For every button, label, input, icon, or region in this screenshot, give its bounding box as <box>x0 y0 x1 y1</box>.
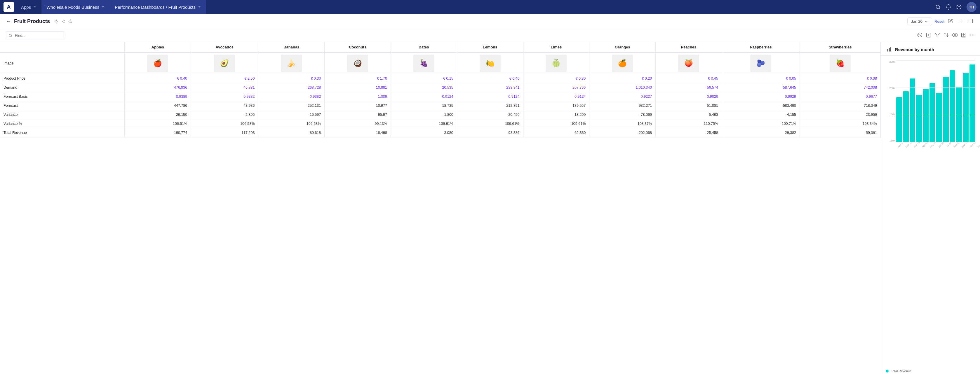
filter-icon[interactable] <box>934 32 940 39</box>
chart-wrapper: 220k 200k 180k 160k <box>886 60 975 154</box>
x-axis-label: Jun 20 <box>938 141 944 148</box>
edit-icon <box>948 18 953 24</box>
reset-button[interactable]: Reset <box>934 19 944 24</box>
bar <box>963 73 969 142</box>
bar-group <box>956 60 962 142</box>
history-icon[interactable] <box>917 32 923 39</box>
panel-toggle-button[interactable] <box>967 17 974 26</box>
business-tab[interactable]: Wholesale Foods Business <box>42 0 110 14</box>
edit-button[interactable] <box>947 17 954 26</box>
col-dates: Dates <box>391 42 457 52</box>
bar-group <box>950 60 956 142</box>
table-cell: 212,891 <box>457 101 523 110</box>
more-button[interactable] <box>957 17 964 26</box>
table-cell: -2,895 <box>191 110 258 119</box>
svg-point-21 <box>972 35 973 35</box>
table-cell: € 0.05 <box>722 74 800 83</box>
fruit-image: 🍇 <box>414 55 434 72</box>
table-cell: 252,131 <box>258 101 325 110</box>
col-apples: Apples <box>125 42 191 52</box>
table-cell: -23,959 <box>800 110 881 119</box>
fruit-image: 🍌 <box>281 55 302 72</box>
table-cell: 117,203 <box>191 128 258 138</box>
more-options-icon[interactable] <box>969 32 975 39</box>
table-cell: 29,382 <box>722 128 800 138</box>
table-cell: 🍌 <box>258 52 325 74</box>
table-cell: 0.9124 <box>391 92 457 101</box>
table-cell: 🍎 <box>125 52 191 74</box>
bar <box>916 95 922 142</box>
table-cell: -29,150 <box>125 110 191 119</box>
x-axis-label: Mar 20 <box>913 141 920 148</box>
table-cell: 93,336 <box>457 128 523 138</box>
bar-group <box>903 60 909 142</box>
star-icon[interactable] <box>68 19 73 24</box>
table-cell: 20,535 <box>391 83 457 92</box>
fruit-image: 🍓 <box>830 55 851 72</box>
apps-tab[interactable]: Apps <box>16 0 42 14</box>
table-cell: 718,049 <box>800 101 881 110</box>
table-cell: 207,766 <box>523 83 589 92</box>
row-label: Image <box>0 52 125 74</box>
table-cell: 268,728 <box>258 83 325 92</box>
table-cell: 🍋 <box>457 52 523 74</box>
user-avatar[interactable]: TH <box>967 2 977 12</box>
search-icon-small <box>8 33 13 38</box>
col-bananas: Bananas <box>258 42 325 52</box>
table-cell: € 0.30 <box>523 74 589 83</box>
bar-group <box>943 60 949 142</box>
topnav-actions: ? TH <box>935 2 977 12</box>
table-cell: 0.9389 <box>125 92 191 101</box>
table-cell: € 0.08 <box>800 74 881 83</box>
table-row: Forecast447,78643,986252,13110,97718,735… <box>0 101 881 110</box>
table-cell: 10,977 <box>325 101 391 110</box>
help-icon[interactable]: ? <box>956 4 962 10</box>
table-cell: 108.37% <box>589 119 655 128</box>
legend-label: Total Revenue <box>891 369 912 373</box>
table-cell: 110.75% <box>655 119 722 128</box>
x-axis-label: Apr 20 <box>921 141 928 148</box>
table-cell: 43,986 <box>191 101 258 110</box>
eye-icon[interactable] <box>952 32 958 39</box>
download-icon[interactable] <box>961 32 967 39</box>
svg-marker-9 <box>68 19 72 23</box>
sort-icon[interactable] <box>943 32 949 39</box>
table-cell: 59,361 <box>800 128 881 138</box>
svg-rect-25 <box>890 47 891 51</box>
table-cell: 106.58% <box>191 119 258 128</box>
x-axis-label: Aug 20 <box>953 141 960 148</box>
table-cell: 583,490 <box>722 101 800 110</box>
table-cell: 109.61% <box>523 119 589 128</box>
bolt-icon[interactable] <box>54 19 59 24</box>
back-button[interactable]: ← <box>6 18 11 24</box>
fruit-image: 🍈 <box>546 55 566 72</box>
table-cell: 190,774 <box>125 128 191 138</box>
svg-point-4 <box>64 20 65 21</box>
search-box[interactable] <box>5 32 65 40</box>
table-row: Product Price€ 0.40€ 2.50€ 0.30€ 1.70€ 0… <box>0 74 881 83</box>
svg-point-11 <box>960 21 961 21</box>
table-cell: 3,080 <box>391 128 457 138</box>
export-icon[interactable] <box>926 32 932 39</box>
table-row: Image🍎🥑🍌🥥🍇🍋🍈🍊🍑🫐🍓 <box>0 52 881 74</box>
sidebar-header: Revenue by month <box>881 42 980 56</box>
bell-icon[interactable] <box>945 4 951 10</box>
svg-point-18 <box>954 34 956 36</box>
breadcrumb-tab[interactable]: Performance Dashboards / Fruit Products <box>110 0 207 14</box>
search-input[interactable] <box>15 33 62 38</box>
bar <box>943 77 949 142</box>
table-cell: 🍈 <box>523 52 589 74</box>
share-icon[interactable] <box>61 19 66 24</box>
table-cell: 1,010,340 <box>589 83 655 92</box>
table-cell: 742,008 <box>800 83 881 92</box>
svg-rect-24 <box>889 48 890 51</box>
date-filter[interactable]: Jan 20 <box>907 17 932 25</box>
app-logo[interactable]: A <box>3 2 14 12</box>
svg-point-0 <box>936 5 939 8</box>
table-cell: 🍓 <box>800 52 881 74</box>
search-icon[interactable] <box>935 4 941 10</box>
table-cell: 476,936 <box>125 83 191 92</box>
table-row: Variance %106.51%106.58%106.58%99.13%109… <box>0 119 881 128</box>
bar <box>929 83 935 142</box>
table-cell: 95.97 <box>325 110 391 119</box>
